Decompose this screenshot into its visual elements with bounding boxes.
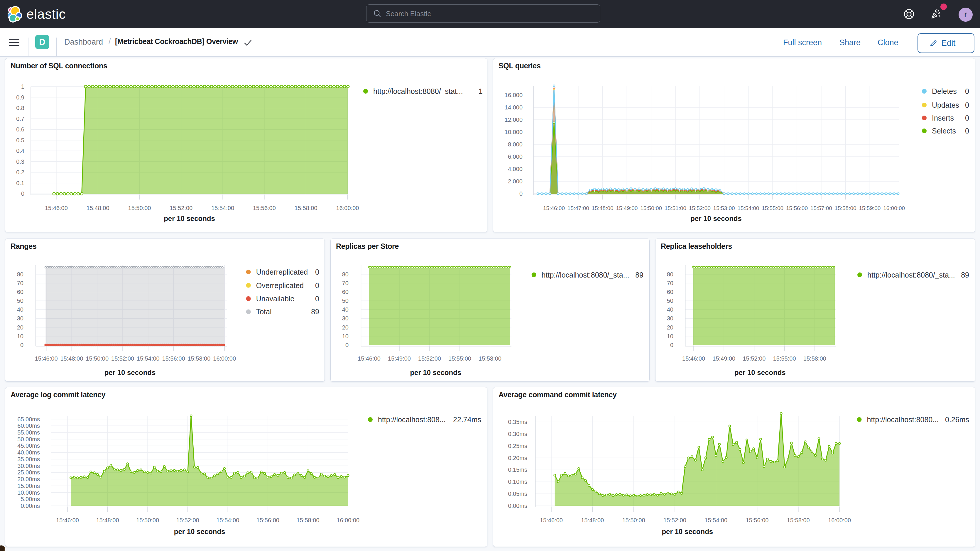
svg-text:0.3: 0.3 [16,158,24,165]
svg-text:Deletes: Deletes [932,87,957,96]
svg-text:60.00ms: 60.00ms [18,422,40,429]
svg-text:15:46:00: 15:46:00 [56,517,79,524]
svg-text:0: 0 [965,114,969,122]
svg-text:0: 0 [315,295,319,303]
svg-text:0.20ms: 0.20ms [508,455,527,461]
svg-text:0.2: 0.2 [16,169,24,175]
svg-text:15:57:00: 15:57:00 [810,205,832,211]
svg-text:15:52:00: 15:52:00 [663,517,686,524]
svg-text:70: 70 [342,280,348,287]
svg-text:15:56:00: 15:56:00 [786,205,808,211]
svg-text:5.00ms: 5.00ms [21,496,40,502]
svg-text:15:52:00: 15:52:00 [177,517,199,524]
svg-text:1: 1 [21,83,24,90]
svg-text:40.00ms: 40.00ms [18,449,40,455]
svg-text:http://localhost:8080/_stat...: http://localhost:8080/_stat... [373,87,463,96]
svg-text:20: 20 [667,324,673,331]
svg-text:15:56:00: 15:56:00 [253,205,276,211]
svg-text:80: 80 [342,271,348,277]
svg-text:0.15ms: 0.15ms [508,467,527,473]
svg-text:Underreplicated: Underreplicated [256,268,308,276]
svg-text:15:52:00: 15:52:00 [170,205,192,211]
svg-text:per 10 seconds: per 10 seconds [410,368,461,376]
svg-text:0: 0 [965,87,969,96]
svg-text:30: 30 [17,315,24,322]
svg-text:10: 10 [17,333,24,339]
svg-text:0: 0 [670,342,673,348]
svg-text:per 10 seconds: per 10 seconds [662,527,713,535]
svg-text:50: 50 [667,298,673,304]
svg-text:15:55:00: 15:55:00 [762,205,783,211]
svg-text:1: 1 [479,87,483,96]
svg-text:15:53:00: 15:53:00 [713,205,735,211]
svg-text:30: 30 [667,315,673,322]
svg-text:45.00ms: 45.00ms [18,443,40,449]
svg-text:80: 80 [17,271,24,277]
svg-text:0.7: 0.7 [16,116,24,122]
svg-text:15:54:00: 15:54:00 [705,517,727,524]
svg-text:15:49:00: 15:49:00 [713,355,735,362]
svg-text:0.6: 0.6 [16,126,24,133]
svg-text:60: 60 [17,289,24,295]
svg-text:10: 10 [667,333,673,339]
svg-text:15:47:00: 15:47:00 [568,205,589,211]
svg-text:Inserts: Inserts [932,114,954,122]
svg-text:16:00:00: 16:00:00 [828,517,851,524]
svg-text:80: 80 [667,271,673,277]
svg-text:15:46:00: 15:46:00 [543,205,565,211]
svg-text:70: 70 [17,280,24,287]
svg-text:per 10 seconds: per 10 seconds [164,215,215,222]
svg-text:15:55:00: 15:55:00 [773,355,796,362]
svg-text:22.74ms: 22.74ms [453,416,481,424]
svg-text:60: 60 [667,289,673,295]
svg-text:50: 50 [342,298,348,304]
svg-text:per 10 seconds: per 10 seconds [734,368,786,376]
svg-text:4,000: 4,000 [508,166,523,172]
svg-text:per 10 seconds: per 10 seconds [174,527,225,535]
svg-text:0: 0 [965,101,969,109]
svg-text:0: 0 [345,342,348,348]
svg-text:15:55:00: 15:55:00 [448,355,471,362]
svg-text:40: 40 [667,306,673,313]
svg-text:0.4: 0.4 [16,148,24,154]
svg-text:10,000: 10,000 [505,129,523,135]
svg-text:15:58:00: 15:58:00 [787,517,810,524]
svg-text:Selects: Selects [932,127,956,135]
svg-text:89: 89 [635,271,643,279]
svg-text:16:00:00: 16:00:00 [213,355,236,362]
svg-text:50: 50 [17,298,24,304]
svg-text:10: 10 [342,333,348,339]
svg-text:89: 89 [311,307,319,316]
svg-text:10.00ms: 10.00ms [18,489,40,496]
svg-text:0: 0 [21,190,24,197]
svg-text:15:51:00: 15:51:00 [665,205,686,211]
svg-text:15:49:00: 15:49:00 [388,355,411,362]
svg-text:2,000: 2,000 [508,178,523,185]
svg-text:60: 60 [342,289,348,295]
svg-text:15:48:00: 15:48:00 [581,517,604,524]
svg-text:40: 40 [342,306,348,313]
svg-text:40: 40 [17,306,24,313]
svg-text:0.25ms: 0.25ms [508,443,527,449]
svg-text:15.00ms: 15.00ms [18,483,40,489]
svg-text:0: 0 [315,281,319,290]
svg-text:http://localhost:8080...: http://localhost:8080... [867,416,939,424]
svg-text:16:00:00: 16:00:00 [337,517,360,524]
svg-text:per 10 seconds: per 10 seconds [690,215,742,222]
svg-text:15:48:00: 15:48:00 [592,205,614,211]
svg-text:15:52:00: 15:52:00 [418,355,441,362]
svg-text:15:50:00: 15:50:00 [86,355,108,362]
svg-text:30: 30 [342,315,348,322]
svg-text:15:54:00: 15:54:00 [216,517,239,524]
svg-text:89: 89 [961,271,969,279]
svg-text:http://localhost:8080/_sta...: http://localhost:8080/_sta... [867,271,955,279]
svg-text:20.00ms: 20.00ms [18,476,40,483]
svg-text:16:00:00: 16:00:00 [883,205,905,211]
svg-text:0.30ms: 0.30ms [508,431,527,437]
svg-text:15:52:00: 15:52:00 [743,355,765,362]
svg-text:50.00ms: 50.00ms [18,436,40,443]
svg-text:15:46:00: 15:46:00 [35,355,58,362]
svg-text:8,000: 8,000 [508,141,523,148]
svg-text:55.00ms: 55.00ms [18,429,40,436]
svg-text:20: 20 [17,324,24,331]
